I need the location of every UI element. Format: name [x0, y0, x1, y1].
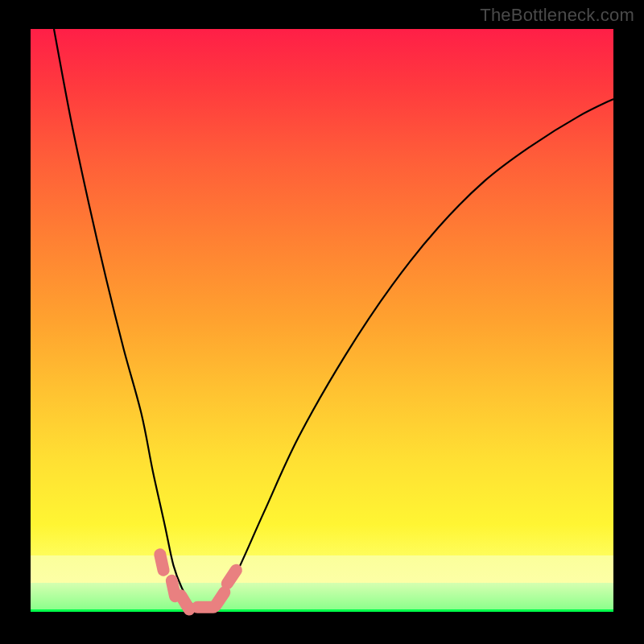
attribution-text: TheBottleneck.com — [480, 5, 634, 26]
chart-svg — [31, 29, 613, 612]
marker-group — [153, 547, 245, 617]
curve-marker — [153, 547, 171, 577]
bottleneck-curve — [54, 29, 613, 609]
plot-area — [31, 29, 613, 612]
curve-marker — [219, 562, 245, 592]
chart-frame: TheBottleneck.com — [0, 0, 644, 644]
